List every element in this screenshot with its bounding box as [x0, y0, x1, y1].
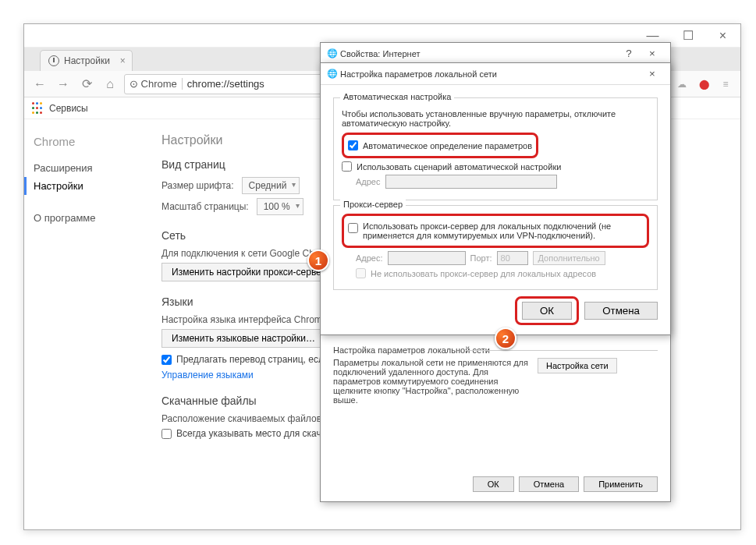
reload-button[interactable]: ⟳	[77, 75, 96, 94]
lang-settings-button[interactable]: Изменить языковые настройки…	[161, 329, 325, 348]
cloud-icon[interactable]: ☁	[673, 76, 690, 93]
font-size-select[interactable]: Средний	[242, 177, 300, 194]
shield-icon[interactable]: ⬤	[695, 76, 712, 93]
forward-button[interactable]: →	[54, 75, 73, 94]
gear-icon	[48, 55, 59, 66]
bypass-local-checkbox	[356, 268, 366, 278]
proxy-legend: Прокси-сервер	[340, 200, 406, 209]
lan-close-button[interactable]: ×	[641, 65, 664, 83]
proxy-port-input	[497, 251, 528, 265]
proxy-group: Прокси-сервер Использовать прокси-сервер…	[333, 205, 658, 290]
callout-1: 1	[307, 249, 329, 271]
lan-cancel-button[interactable]: Отмена	[584, 302, 658, 320]
home-button[interactable]: ⌂	[101, 75, 119, 94]
close-tab-icon[interactable]: ×	[120, 55, 126, 66]
translate-label: Предлагать перевод страниц, если	[176, 354, 329, 365]
globe-icon: 🌐	[327, 48, 338, 58]
tab-settings[interactable]: Настройки ×	[40, 50, 133, 71]
tab-title: Настройки	[64, 55, 110, 66]
nav-settings[interactable]: Настройки	[24, 177, 141, 195]
font-size-label: Размер шрифта:	[161, 180, 234, 191]
use-script-label: Использовать сценарий автоматической нас…	[357, 162, 561, 172]
script-address-input	[385, 175, 557, 189]
left-nav: Chrome Расширения Настройки О программе	[24, 119, 141, 528]
lan-section-title: Настройка параметров локальной сети	[333, 345, 658, 355]
lan-settings-dialog: 🌐 Настройка параметров локальной сети × …	[320, 62, 671, 335]
auto-detect-label: Автоматическое определение параметров	[363, 141, 532, 150]
maximize-button[interactable]: ☐	[670, 24, 705, 48]
inet-ok-button[interactable]: ОК	[473, 476, 514, 492]
auto-help: Чтобы использовать установленные вручную…	[342, 109, 649, 128]
bypass-local-label: Не использовать прокси-сервер для локаль…	[371, 269, 596, 278]
translate-checkbox[interactable]	[161, 355, 172, 365]
globe-icon: 🌐	[327, 69, 338, 79]
proxy-port-label: Порт:	[470, 253, 492, 263]
apps-icon[interactable]	[32, 102, 44, 115]
proxy-address-input	[388, 251, 466, 265]
zoom-select[interactable]: 100 %	[257, 198, 303, 215]
auto-config-group: Автоматическая настройка Чтобы использов…	[333, 97, 658, 200]
omnibox-url: chrome://settings	[187, 78, 264, 90]
ask-location-checkbox[interactable]	[161, 429, 172, 439]
use-proxy-checkbox[interactable]	[348, 223, 358, 233]
use-proxy-label: Использовать прокси-сервер для локальных…	[363, 221, 643, 240]
lan-dialog-title: Настройка параметров локальной сети	[340, 69, 641, 79]
omnibox-chip: ⊙ Chrome	[130, 78, 183, 90]
network-settings-button[interactable]: Настройка сети	[538, 358, 617, 373]
proxy-advanced-button: Дополнительно	[533, 251, 605, 265]
callout-2: 2	[495, 327, 516, 349]
proxy-address-label: Адрес:	[356, 253, 383, 263]
bookmarks-label[interactable]: Сервисы	[49, 103, 88, 114]
auto-config-legend: Автоматическая настройка	[340, 92, 454, 101]
menu-icon[interactable]: ≡	[717, 76, 734, 93]
auto-detect-checkbox[interactable]	[348, 140, 358, 150]
nav-extensions[interactable]: Расширения	[34, 159, 141, 177]
lan-ok-button[interactable]: ОК	[522, 302, 572, 320]
zoom-label: Масштаб страницы:	[161, 201, 249, 212]
close-button[interactable]: ×	[705, 24, 740, 48]
use-script-checkbox[interactable]	[342, 161, 352, 172]
script-address-label: Адрес	[356, 177, 381, 186]
nav-about[interactable]: О программе	[34, 209, 141, 227]
inet-apply-button[interactable]: Применить	[584, 476, 658, 492]
help-button[interactable]: ?	[617, 44, 641, 63]
close-dialog-button[interactable]: ×	[641, 44, 664, 63]
inet-props-title: Свойства: Интернет	[340, 49, 617, 58]
brand-title: Chrome	[34, 135, 141, 148]
inet-cancel-button[interactable]: Отмена	[519, 476, 579, 492]
lan-help-text: Параметры локальной сети не применяются …	[333, 358, 528, 405]
back-button[interactable]: ←	[30, 75, 49, 94]
